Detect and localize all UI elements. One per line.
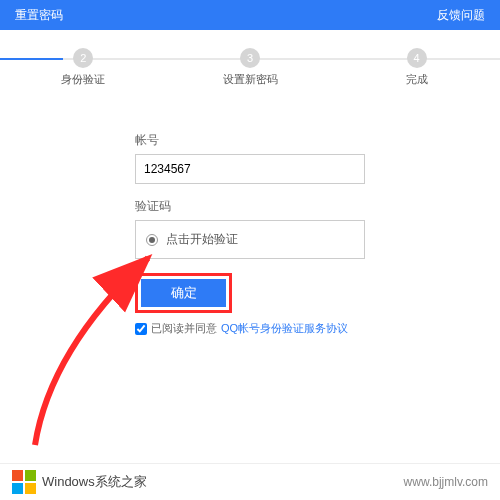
step-number: 4 (407, 48, 427, 68)
radio-icon (146, 234, 158, 246)
step-number: 3 (240, 48, 260, 68)
brand-text: Windows系统之家 (42, 473, 147, 491)
agree-checkbox[interactable] (135, 323, 147, 335)
submit-highlight: 确定 (135, 273, 232, 313)
submit-button[interactable]: 确定 (141, 279, 226, 307)
feedback-link[interactable]: 反馈问题 (437, 7, 485, 24)
account-input[interactable] (135, 154, 365, 184)
step-label: 身份验证 (0, 72, 167, 87)
step-identity: 2 身份验证 (0, 48, 167, 87)
page-title: 重置密码 (15, 7, 63, 24)
captcha-box[interactable]: 点击开始验证 (135, 220, 365, 259)
captcha-text: 点击开始验证 (166, 231, 238, 248)
step-number: 2 (73, 48, 93, 68)
step-label: 设置新密码 (167, 72, 334, 87)
windows-icon (12, 470, 36, 494)
account-label: 帐号 (135, 132, 365, 149)
step-indicator: 2 身份验证 3 设置新密码 4 完成 (0, 48, 500, 87)
agree-text: 已阅读并同意 (151, 321, 217, 336)
agreement-row: 已阅读并同意 QQ帐号身份验证服务协议 (135, 321, 365, 336)
footer: Windows系统之家 www.bjjmlv.com (0, 463, 500, 500)
header-bar: 重置密码 反馈问题 (0, 0, 500, 30)
captcha-row: 验证码 点击开始验证 (135, 198, 365, 259)
reset-form: 帐号 验证码 点击开始验证 确定 已阅读并同意 QQ帐号身份验证服务协议 (135, 132, 365, 336)
agree-link[interactable]: QQ帐号身份验证服务协议 (221, 321, 348, 336)
captcha-label: 验证码 (135, 198, 365, 215)
step-label: 完成 (333, 72, 500, 87)
step-newpassword: 3 设置新密码 (167, 48, 334, 87)
site-url: www.bjjmlv.com (404, 475, 488, 489)
account-row: 帐号 (135, 132, 365, 184)
step-complete: 4 完成 (333, 48, 500, 87)
brand-logo: Windows系统之家 (12, 470, 147, 494)
